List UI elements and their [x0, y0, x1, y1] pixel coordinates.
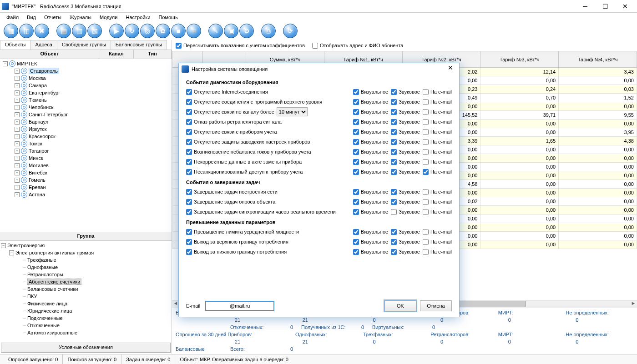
- event-enable[interactable]: Отсутствие защиты заводских настроек при…: [186, 139, 310, 145]
- tree-city[interactable]: +Гомель: [1, 176, 171, 184]
- opt-visual[interactable]: Визуальное: [353, 169, 388, 175]
- opt-visual[interactable]: Визуальное: [353, 109, 388, 115]
- group-root[interactable]: − Электроэнергия: [1, 242, 171, 249]
- opt-sound[interactable]: Звуковое: [391, 159, 420, 165]
- opt-email[interactable]: На e-mail: [423, 239, 452, 245]
- event-enable[interactable]: Превышение лимита усредненной мощности: [186, 229, 299, 235]
- menu-Настройки[interactable]: Настройки: [122, 14, 154, 21]
- expander-icon[interactable]: +: [15, 141, 20, 146]
- opt-email[interactable]: На e-mail: [423, 169, 452, 175]
- expander-icon[interactable]: −: [1, 243, 6, 248]
- event-enable[interactable]: Выход за верхнюю границу потребления: [186, 239, 288, 245]
- tree-city[interactable]: +Астана: [1, 191, 171, 198]
- menu-Журналы[interactable]: Журналы: [66, 14, 95, 21]
- left-tab[interactable]: Адреса: [30, 40, 57, 50]
- event-enable[interactable]: Некорректные данные в акте замены прибор…: [186, 159, 302, 165]
- tree-city[interactable]: +Витебск: [1, 169, 171, 176]
- toolbar-grid-icon[interactable]: ▦: [4, 24, 18, 38]
- tree-city[interactable]: +Екатеринбург: [1, 89, 171, 96]
- group-item[interactable]: ┈Отключенные: [1, 322, 171, 329]
- opt-visual[interactable]: Визуальное: [353, 99, 388, 105]
- opt-visual[interactable]: Визуальное: [353, 119, 388, 125]
- toolbar-sync-icon[interactable]: ↻: [125, 24, 139, 38]
- group-item[interactable]: ┈ПКУ: [1, 293, 171, 300]
- toolbar-calc2-icon[interactable]: ▥: [72, 24, 86, 38]
- group-item[interactable]: ┈Трехфазные: [1, 256, 171, 264]
- opt-sound[interactable]: Звуковое: [391, 239, 420, 245]
- opt-sound[interactable]: Звуковое: [391, 189, 420, 195]
- event-enable[interactable]: Отсутствие связи по каналу более: [186, 109, 274, 115]
- opt-email[interactable]: На e-mail: [423, 99, 452, 105]
- toolbar-doc-icon[interactable]: ▣: [224, 24, 238, 38]
- menu-Помощь[interactable]: Помощь: [155, 14, 182, 21]
- expander-icon[interactable]: +: [15, 134, 20, 139]
- opt-visual[interactable]: Визуальное: [353, 199, 388, 205]
- opt-sound[interactable]: Звуковое: [391, 249, 420, 255]
- expander-icon[interactable]: +: [15, 170, 20, 175]
- expander-icon[interactable]: +: [15, 120, 20, 125]
- group-item[interactable]: ┈Подключенные: [1, 314, 171, 322]
- toolbar-stop-icon[interactable]: ■: [171, 24, 186, 38]
- toolbar-wrench-icon[interactable]: ⚙: [239, 24, 254, 38]
- maximize-button[interactable]: ☐: [595, 0, 615, 13]
- dialog-close-icon[interactable]: ✕: [445, 64, 456, 74]
- opt-visual[interactable]: Визуальное: [353, 129, 388, 135]
- toolbar-chart-icon[interactable]: ◫: [19, 24, 34, 38]
- tree-city[interactable]: +Красноярск: [1, 133, 171, 140]
- timeout-select[interactable]: 10 минут: [277, 107, 308, 116]
- expander-icon[interactable]: +: [15, 83, 20, 88]
- tree-city[interactable]: +Тюмень: [1, 96, 171, 104]
- group-item[interactable]: ┈Однофазные: [1, 264, 171, 271]
- event-enable[interactable]: Отсутствие связи с прибором учета: [186, 129, 277, 135]
- checkbox-show-address[interactable]: Отображать адрес и ФИО абонента: [312, 43, 403, 49]
- opt-email[interactable]: На e-mail: [423, 109, 452, 115]
- opt-sound[interactable]: Звуковое: [391, 149, 420, 155]
- opt-visual[interactable]: Визуальное: [353, 239, 388, 245]
- opt-sound[interactable]: Звуковое: [391, 209, 420, 215]
- opt-visual[interactable]: Визуальное: [353, 229, 388, 235]
- tree-city[interactable]: +Минск: [1, 155, 171, 162]
- email-input[interactable]: [206, 301, 274, 310]
- event-enable[interactable]: Выход за нижнюю границу потребления: [186, 249, 287, 255]
- expander-icon[interactable]: +: [15, 105, 20, 110]
- left-tab[interactable]: Объекты: [0, 40, 30, 50]
- expander-icon[interactable]: +: [15, 69, 20, 74]
- toolbar-refresh-icon[interactable]: ⟳: [283, 24, 298, 38]
- expander-icon[interactable]: +: [15, 76, 20, 81]
- toolbar-calc3-icon[interactable]: ▧: [87, 24, 102, 38]
- toolbar-print-icon[interactable]: ⎙: [261, 24, 276, 38]
- tree-city[interactable]: +Иркутск: [1, 125, 171, 133]
- group-item[interactable]: ┈Ретрансляторы: [1, 271, 171, 278]
- opt-email[interactable]: На e-mail: [423, 209, 452, 215]
- opt-visual[interactable]: Визуальное: [353, 209, 388, 215]
- group-item[interactable]: ┈Балансовые счетчики: [1, 285, 171, 293]
- scroll-right-icon[interactable]: ►: [630, 300, 637, 308]
- expander-icon[interactable]: +: [15, 127, 20, 132]
- event-enable[interactable]: Отсутствие Internet-соединения: [186, 89, 268, 95]
- expander-icon[interactable]: +: [15, 156, 20, 161]
- event-enable[interactable]: Отсутствие соединения с программой верхн…: [186, 99, 322, 105]
- expander-icon[interactable]: +: [15, 192, 20, 197]
- opt-sound[interactable]: Звуковое: [391, 129, 420, 135]
- toolbar-gear-icon[interactable]: ✿: [156, 24, 170, 38]
- toolbar-play-icon[interactable]: ▶: [109, 24, 124, 38]
- opt-email[interactable]: На e-mail: [423, 249, 452, 255]
- toolbar-list-icon[interactable]: ≡: [187, 24, 201, 38]
- opt-email[interactable]: На e-mail: [423, 149, 452, 155]
- group-item[interactable]: ┈Абонентские счетчики: [1, 278, 171, 285]
- tree-city[interactable]: +Ереван: [1, 184, 171, 191]
- group-sub[interactable]: − Электроэнергия активная прямая: [1, 249, 171, 256]
- left-tab[interactable]: Свободные группы: [57, 40, 111, 50]
- col-header[interactable]: Тариф №3, кВт*ч: [480, 51, 559, 68]
- opt-sound[interactable]: Звуковое: [391, 119, 420, 125]
- event-enable[interactable]: Завершение задач построения сети: [186, 189, 278, 195]
- expander-icon[interactable]: +: [15, 90, 20, 95]
- opt-visual[interactable]: Визуальное: [353, 139, 388, 145]
- menu-Вид[interactable]: Вид: [23, 14, 40, 21]
- opt-email[interactable]: На e-mail: [423, 229, 452, 235]
- expander-icon[interactable]: +: [15, 112, 20, 117]
- opt-sound[interactable]: Звуковое: [391, 199, 420, 205]
- opt-visual[interactable]: Визуальное: [353, 159, 388, 165]
- opt-sound[interactable]: Звуковое: [391, 169, 420, 175]
- group-item[interactable]: ┈Автоматизированные: [1, 329, 171, 336]
